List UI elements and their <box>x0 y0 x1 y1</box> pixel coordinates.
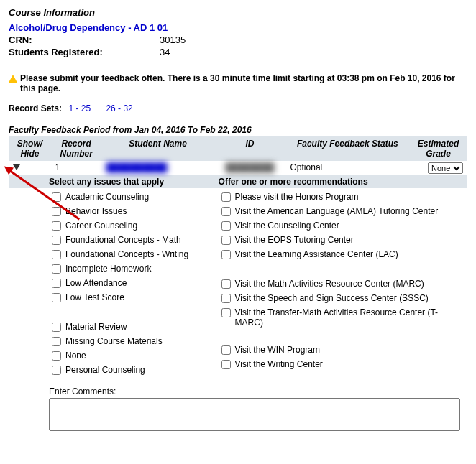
issue-checkbox[interactable] <box>52 236 61 245</box>
recommendation-row: Visit the EOPS Tutoring Center <box>219 235 463 247</box>
recommendation-row: Visit the Writing Center <box>219 359 463 371</box>
issue-row: None <box>49 351 210 363</box>
recommendation-row: Visit the Math Activities Resource Cente… <box>219 279 463 291</box>
comments-textarea[interactable] <box>49 398 460 431</box>
recommendation-row: Visit the American Language (AMLA) Tutor… <box>219 206 463 218</box>
feedback-period: Faculty Feedback Period from Jan 04, 201… <box>9 125 467 135</box>
recommendation-label: Please visit the Honors Program <box>235 192 359 202</box>
issue-label: Personal Counseling <box>65 365 145 375</box>
issue-row: Behavior Issues <box>49 206 210 218</box>
recommendation-row: Visit the Speech and Sign Success Center… <box>219 293 463 305</box>
issue-label: Missing Course Materials <box>65 336 163 346</box>
crn-label: CRN: <box>9 34 160 45</box>
issue-row: Academic Counseling <box>49 192 210 204</box>
course-title-link[interactable]: Alcohol/Drug Dependency - AD 1 01 <box>9 22 168 33</box>
issue-checkbox[interactable] <box>52 264 61 274</box>
issue-label: Behavior Issues <box>65 206 127 216</box>
comments-label: Enter Comments: <box>49 386 463 396</box>
col-id: ID <box>214 136 286 161</box>
expand-arrow-icon[interactable] <box>13 164 20 170</box>
recommendation-checkbox[interactable] <box>221 360 231 369</box>
col-showhide: Show/ Hide <box>9 136 51 161</box>
recommendation-label: Visit the Speech and Sign Success Center… <box>235 293 429 303</box>
course-info-header: Course Information <box>9 7 467 18</box>
issue-label: Foundational Concepts - Writing <box>65 249 188 259</box>
alert-text: Please submit your feedback often. There… <box>20 73 467 93</box>
issue-checkbox[interactable] <box>52 323 61 332</box>
issue-row: Low Test Score <box>49 292 210 305</box>
issue-checkbox[interactable] <box>52 207 61 216</box>
col-grade: Estimated Grade <box>409 136 467 161</box>
issue-row: Foundational Concepts - Writing <box>49 249 210 261</box>
issue-label: Material Review <box>65 322 127 332</box>
warning-icon <box>9 75 17 83</box>
recommendation-label: Visit the Counseling Center <box>235 221 339 231</box>
recommendation-row: Visit the Counseling Center <box>219 221 463 233</box>
record-set-link-1[interactable]: 1 - 25 <box>68 103 91 113</box>
recommendation-checkbox[interactable] <box>221 250 231 259</box>
issue-checkbox[interactable] <box>52 192 61 202</box>
recommendation-label: Visit the EOPS Tutoring Center <box>235 235 354 245</box>
issue-label: Low Attendance <box>65 278 127 288</box>
recommendation-label: Visit the Learning Assistance Center (LA… <box>235 249 398 259</box>
student-row: 1 ██████████ ████████ Optional None <box>9 161 467 175</box>
issue-row: Incomplete Homework <box>49 264 210 276</box>
issue-row: Personal Counseling <box>49 365 210 377</box>
recommendation-row: Visit the Transfer-Math Activities Resou… <box>219 307 463 328</box>
recommendation-label: Visit the Math Activities Resource Cente… <box>235 279 424 289</box>
recommendation-label: Visit the Transfer-Math Activities Resou… <box>235 307 463 328</box>
feedback-status: Optional <box>286 161 410 175</box>
recommendation-checkbox[interactable] <box>221 192 231 202</box>
students-registered-label: Students Registered: <box>9 47 160 57</box>
issue-checkbox[interactable] <box>52 337 61 346</box>
recommendation-checkbox[interactable] <box>221 236 231 245</box>
recommendation-label: Visit the American Language (AMLA) Tutor… <box>235 206 439 216</box>
issue-label: Low Test Score <box>65 292 124 302</box>
recommendation-checkbox[interactable] <box>221 207 231 216</box>
issue-row: Low Attendance <box>49 278 210 290</box>
issue-checkbox[interactable] <box>52 250 61 259</box>
issue-checkbox[interactable] <box>52 279 61 288</box>
issue-checkbox[interactable] <box>52 366 61 375</box>
record-number: 1 <box>51 161 102 175</box>
recommendation-row: Visit the WIN Program <box>219 345 463 357</box>
recommendation-checkbox[interactable] <box>221 345 231 355</box>
issue-row: Career Counseling <box>49 221 210 233</box>
recommendation-row: Please visit the Honors Program <box>219 192 463 204</box>
recommendation-checkbox[interactable] <box>221 308 231 317</box>
recommendation-label: Visit the Writing Center <box>235 359 323 369</box>
issue-row: Material Review <box>49 322 210 334</box>
recommendations-header: Offer one or more recommendations <box>214 175 467 188</box>
crn-value: 30135 <box>160 34 186 45</box>
issue-checkbox[interactable] <box>52 293 61 302</box>
issue-checkbox[interactable] <box>52 351 61 361</box>
recommendation-checkbox[interactable] <box>221 221 231 231</box>
record-set-link-2[interactable]: 26 - 32 <box>106 103 132 113</box>
issue-row: Foundational Concepts - Math <box>49 235 210 247</box>
student-id-redacted: ████████ <box>226 162 275 172</box>
issue-label: Foundational Concepts - Math <box>65 235 181 245</box>
recommendation-label: Visit the WIN Program <box>235 345 320 355</box>
recommendation-checkbox[interactable] <box>221 279 231 289</box>
issue-checkbox[interactable] <box>52 221 61 231</box>
issue-label: None <box>65 351 86 361</box>
col-record: Record Number <box>51 136 102 161</box>
issue-label: Incomplete Homework <box>65 264 151 274</box>
col-name: Student Name <box>101 136 214 161</box>
issues-header: Select any issues that apply <box>9 175 214 188</box>
issue-label: Career Counseling <box>65 221 137 231</box>
students-registered-value: 34 <box>160 47 170 57</box>
issue-row: Missing Course Materials <box>49 336 210 348</box>
estimated-grade-select[interactable]: None <box>428 162 463 174</box>
col-status: Faculty Feedback Status <box>286 136 410 161</box>
issue-label: Academic Counseling <box>65 192 149 202</box>
record-sets-label: Record Sets: <box>9 103 62 113</box>
student-name-redacted: ██████████ <box>106 162 167 172</box>
recommendation-checkbox[interactable] <box>221 294 231 303</box>
recommendation-row: Visit the Learning Assistance Center (LA… <box>219 249 463 261</box>
